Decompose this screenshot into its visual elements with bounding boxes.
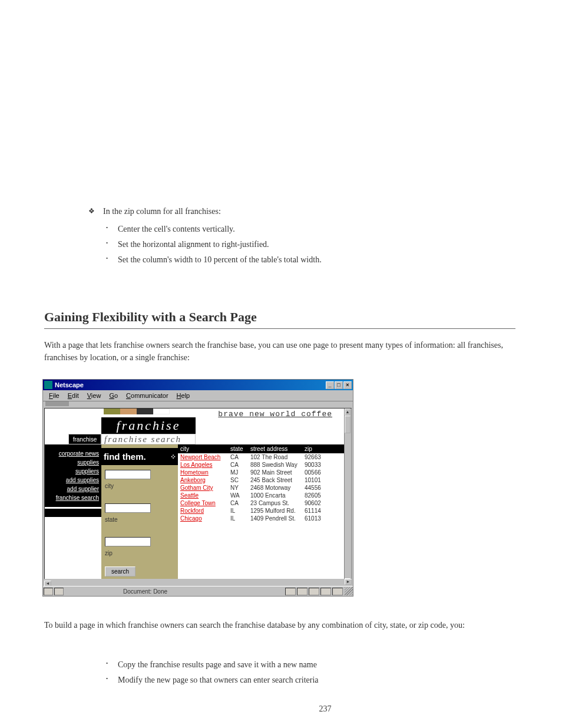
table-row: Gotham CityNY2468 Motorway44556: [178, 484, 344, 492]
dot-bullet-icon: •: [106, 225, 108, 230]
table-header-row: city state street address zip: [178, 444, 344, 453]
paragraph-below: To build a page in which franchise owner…: [44, 619, 515, 631]
address-cell: 888 Swedish Way: [250, 462, 305, 468]
table-row: College TownCA23 Campus St.90602: [178, 499, 344, 507]
diamond-bullet-icon: ❖: [88, 207, 95, 216]
table-row: Los AngelesCA888 Swedish Way90033: [178, 461, 344, 469]
scroll-thumb[interactable]: [345, 416, 351, 433]
browser-content: brave new world coffee franchise franchi…: [44, 408, 352, 586]
nav-supplies[interactable]: supplies: [47, 459, 99, 466]
address-cell: 902 Main Street: [250, 469, 305, 476]
sub-bullet-3: Set the column's width to 10 percent of …: [118, 255, 322, 265]
status-tool-icon[interactable]: [285, 588, 296, 595]
city-link[interactable]: Gotham City: [180, 485, 213, 491]
nav-suppliers[interactable]: suppliers: [47, 468, 99, 475]
search-button[interactable]: search: [105, 566, 135, 577]
address-cell: 1409 Pendrell St.: [250, 515, 305, 522]
dot-bullet-icon: •: [106, 255, 108, 261]
dot-bullet-icon: •: [106, 660, 108, 666]
state-cell: IL: [230, 515, 250, 522]
dot-bullet-icon: •: [106, 240, 108, 246]
black-bar: [45, 509, 101, 517]
state-cell: SC: [230, 477, 250, 483]
table-row: HometownMJ902 Main Street00566: [178, 469, 344, 476]
city-link[interactable]: Los Angeles: [180, 462, 213, 468]
status-tool-icon[interactable]: [320, 588, 331, 595]
brand-link[interactable]: brave new world coffee: [218, 410, 332, 419]
nav-add-supplies[interactable]: add supplies: [47, 477, 99, 483]
city-link[interactable]: Rockford: [180, 508, 204, 514]
list2-item-1: Copy the franchise results page and save…: [118, 660, 317, 670]
city-link[interactable]: Seattle: [180, 492, 199, 499]
city-link[interactable]: Newport Beach: [180, 454, 220, 460]
results-table: city state street address zip Newport Be…: [178, 444, 344, 522]
status-tool-icon[interactable]: [297, 588, 308, 595]
zip-cell: 61013: [305, 515, 334, 522]
minimize-button[interactable]: _: [326, 381, 334, 389]
franchise-search-banner: franchise search: [101, 434, 196, 444]
scroll-up-button[interactable]: ▲: [345, 409, 351, 416]
status-icon-2[interactable]: [54, 588, 64, 595]
dots-icon: ⁘: [170, 453, 176, 461]
zip-cell: 10101: [305, 477, 334, 483]
menu-go[interactable]: Go: [105, 391, 121, 400]
status-bar: Document: Done: [43, 586, 353, 596]
city-link[interactable]: Chicago: [180, 515, 202, 522]
vertical-scrollbar[interactable]: ▲ ▼: [344, 409, 351, 585]
zip-input[interactable]: [105, 537, 151, 546]
netscape-window: Netscape _ □ × File Edit View Go Communi…: [42, 379, 353, 597]
sub-bullet-2: Set the horizontal alignment to right-ju…: [118, 240, 269, 249]
col-state: state: [230, 446, 250, 452]
page-number: 237: [44, 704, 562, 714]
address-cell: 1295 Mulford Rd.: [250, 508, 305, 514]
menu-edit[interactable]: Edit: [64, 391, 82, 400]
status-icon-1[interactable]: [44, 588, 53, 595]
address-cell: 2468 Motorway: [250, 485, 305, 491]
nav-corporate-news[interactable]: corporate news: [47, 450, 99, 457]
status-tool-icon[interactable]: [309, 588, 319, 595]
state-label: state: [105, 516, 174, 523]
netscape-icon: [44, 381, 52, 389]
search-panel: find them. ⁘ city state zip search: [101, 444, 178, 585]
table-row: RockfordIL1295 Mulford Rd.61114: [178, 507, 344, 515]
scroll-right-button[interactable]: ►: [345, 579, 352, 585]
table-row: Newport BeachCA102 The Road92663: [178, 453, 344, 461]
titlebar[interactable]: Netscape _ □ ×: [43, 380, 353, 390]
resize-grip-icon[interactable]: [345, 587, 353, 595]
state-cell: MJ: [230, 469, 250, 476]
horizontal-scrollbar[interactable]: ◄ ►: [44, 579, 352, 586]
franchise-banner: franchise: [101, 417, 196, 434]
address-cell: 245 Back Street: [250, 477, 305, 483]
state-cell: NY: [230, 485, 250, 491]
list2-item-2: Modify the new page so that owners can e…: [118, 676, 319, 685]
col-city: city: [180, 446, 230, 452]
city-link[interactable]: College Town: [180, 500, 216, 506]
nav-add-supplier[interactable]: add supplier: [47, 486, 99, 492]
divider: [44, 328, 515, 329]
city-link[interactable]: Hometown: [180, 469, 209, 476]
menu-help[interactable]: Help: [173, 391, 194, 400]
franchise-label: franchise: [68, 434, 101, 444]
zip-cell: 00566: [305, 469, 334, 476]
menubar: File Edit View Go Communicator Help: [43, 390, 353, 401]
state-cell: CA: [230, 454, 250, 460]
menu-file[interactable]: File: [45, 391, 63, 400]
maximize-button[interactable]: □: [335, 381, 343, 389]
nav-franchise-search[interactable]: franchise search: [47, 495, 99, 501]
main-bullet-text: In the zip column for all franchises:: [103, 207, 221, 216]
menu-communicator[interactable]: Communicator: [123, 391, 172, 400]
status-text: Document: Done: [123, 588, 285, 595]
section-paragraph: With a page that lets franchise owners s…: [44, 339, 515, 364]
find-them-label: find them.: [104, 452, 146, 462]
state-input[interactable]: [105, 503, 151, 513]
status-tool-icon[interactable]: [332, 588, 343, 595]
color-swatch-row: [104, 409, 170, 414]
table-row: ChicagoIL1409 Pendrell St.61013: [178, 515, 344, 522]
menu-view[interactable]: View: [84, 391, 105, 400]
close-button[interactable]: ×: [343, 381, 352, 389]
city-input[interactable]: [105, 470, 151, 479]
state-cell: CA: [230, 462, 250, 468]
zip-cell: 92663: [305, 454, 334, 460]
state-cell: IL: [230, 508, 250, 514]
city-link[interactable]: Ankeborg: [180, 477, 206, 483]
